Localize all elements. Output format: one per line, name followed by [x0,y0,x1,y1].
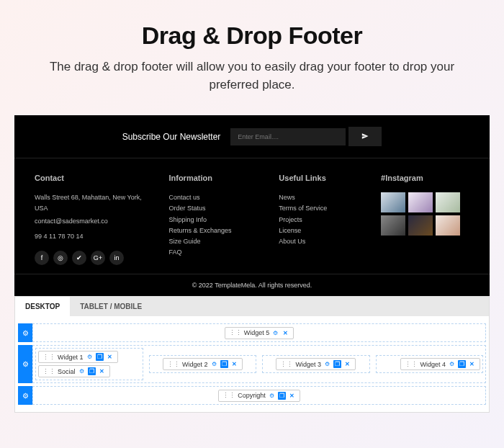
widget-label: Social [58,368,76,375]
contact-heading: Contact [35,171,147,185]
widget-delete-icon[interactable]: ✕ [98,367,106,375]
row-settings-handle[interactable]: ⚙ [18,386,32,405]
widget-settings-icon[interactable]: ⚙ [268,392,276,400]
information-heading: Information [168,171,257,185]
info-link[interactable]: Contact us [168,192,257,203]
row-dropzone[interactable]: ⋮⋮ Copyright ⚙ ❐ ✕ [32,386,486,405]
device-tabs: DESKTOP TABLET / MOBILE [15,297,489,316]
builder-row: ⚙ ⋮⋮ Widget 1 ⚙ ❐ ✕ ⋮⋮ Social ⚙ ❐ [18,345,486,383]
row-settings-handle[interactable]: ⚙ [18,323,32,342]
footer-col-contact: Contact Walls Street 68, Mahattan, New Y… [35,171,147,265]
grip-icon: ⋮⋮ [42,368,55,375]
widget-delete-icon[interactable]: ✕ [468,360,476,368]
widget-settings-icon[interactable]: ⚙ [323,360,331,368]
tab-desktop[interactable]: DESKTOP [15,297,70,316]
social-icons: f ◎ ✔ G+ in [35,251,147,265]
widget-settings-icon[interactable]: ⚙ [210,360,218,368]
newsletter-email-input[interactable] [230,128,346,145]
useful-heading: Useful Links [279,171,359,185]
footer-col-instagram: #Instagram [381,171,469,265]
googleplus-icon[interactable]: G+ [91,251,105,265]
widget-block[interactable]: ⋮⋮ Widget 4 ⚙ ❐ ✕ [400,358,480,370]
newsletter-submit-button[interactable] [348,127,382,146]
widget-duplicate-icon[interactable]: ❐ [278,392,286,400]
footer-copyright: © 2022 TemplateMela. All rights reserved… [14,274,490,296]
tab-tablet-mobile[interactable]: TABLET / MOBILE [70,297,152,316]
widget-block[interactable]: ⋮⋮ Social ⚙ ❐ ✕ [38,365,110,377]
page-title: Drag & Drop Footer [36,22,468,50]
row-settings-handle[interactable]: ⚙ [18,345,32,383]
instagram-thumb[interactable] [408,215,433,236]
useful-link[interactable]: License [279,225,359,236]
twitter-icon[interactable]: ✔ [72,251,86,265]
gear-icon: ⚙ [22,392,29,400]
footer-col-useful: Useful Links News Terms of Service Proje… [279,171,359,265]
instagram-thumb[interactable] [408,192,433,212]
widget-block[interactable]: ⋮⋮ Widget 2 ⚙ ❐ ✕ [163,358,243,370]
page-subtitle: The drag & drop footer will allow you to… [36,58,468,94]
contact-phone: 99 4 11 78 70 14 [35,231,147,242]
instagram-icon[interactable]: ◎ [53,251,68,265]
newsletter-bar: Subscribe Our Newsletter [14,115,490,158]
info-link[interactable]: Size Guide [168,236,257,247]
useful-link[interactable]: About Us [279,236,359,247]
widget-settings-icon[interactable]: ⚙ [271,329,279,337]
widget-label: Widget 3 [295,361,321,368]
contact-email: contact@sadesmarket.co [35,216,147,227]
info-link[interactable]: FAQ [168,247,257,258]
builder-row: ⚙ ⋮⋮ Copyright ⚙ ❐ ✕ [18,386,486,405]
widget-duplicate-icon[interactable]: ❐ [458,360,466,368]
useful-link[interactable]: Terms of Service [279,203,359,214]
grip-icon: ⋮⋮ [42,354,55,361]
grip-icon: ⋮⋮ [405,361,418,368]
footer-col-information: Information Contact us Order Status Ship… [168,171,257,265]
widget-label: Widget 2 [182,361,208,368]
widget-settings-icon[interactable]: ⚙ [86,353,94,361]
row-slot[interactable]: ⋮⋮ Widget 2 ⚙ ❐ ✕ [149,355,257,373]
row-slot[interactable]: ⋮⋮ Widget 4 ⚙ ❐ ✕ [376,355,484,373]
instagram-thumb[interactable] [436,192,460,212]
builder-row: ⚙ ⋮⋮ Widget 5 ⚙ ✕ [18,323,486,342]
widget-duplicate-icon[interactable]: ❐ [88,367,96,375]
widget-label: Widget 4 [420,361,446,368]
instagram-thumb[interactable] [381,192,405,212]
widget-duplicate-icon[interactable]: ❐ [96,353,104,361]
facebook-icon[interactable]: f [35,251,49,265]
widget-duplicate-icon[interactable]: ❐ [333,360,341,368]
widget-label: Widget 5 [244,329,270,336]
widget-delete-icon[interactable]: ✕ [230,360,238,368]
info-link[interactable]: Shipping Info [168,215,257,225]
widget-settings-icon[interactable]: ⚙ [78,367,86,375]
widget-label: Widget 1 [58,354,84,361]
row-dropzone[interactable]: ⋮⋮ Widget 5 ⚙ ✕ [32,323,486,342]
widget-delete-icon[interactable]: ✕ [282,329,289,337]
info-link[interactable]: Order Status [168,203,257,214]
widget-settings-icon[interactable]: ⚙ [448,360,456,368]
instagram-thumb[interactable] [381,215,405,236]
useful-link[interactable]: News [279,192,359,203]
widget-delete-icon[interactable]: ✕ [288,392,296,400]
gear-icon: ⚙ [22,329,29,337]
send-icon [361,133,369,140]
widget-duplicate-icon[interactable]: ❐ [220,360,228,368]
row-dropzone[interactable]: ⋮⋮ Widget 1 ⚙ ❐ ✕ ⋮⋮ Social ⚙ ❐ ✕ [32,345,486,383]
widget-delete-icon[interactable]: ✕ [106,353,114,361]
linkedin-icon[interactable]: in [109,251,124,265]
widget-block[interactable]: ⋮⋮ Widget 1 ⚙ ❐ ✕ [38,351,118,363]
grip-icon: ⋮⋮ [229,329,242,336]
gear-icon: ⚙ [22,360,29,368]
instagram-thumb[interactable] [436,215,460,236]
widget-label: Copyright [238,392,266,399]
widget-delete-icon[interactable]: ✕ [343,360,351,368]
useful-link[interactable]: Projects [279,215,359,225]
contact-address: Walls Street 68, Mahattan, New York, USA [35,192,147,215]
info-link[interactable]: Returns & Exchanges [168,225,257,236]
widget-block[interactable]: ⋮⋮ Widget 5 ⚙ ✕ [225,327,294,339]
widget-block[interactable]: ⋮⋮ Copyright ⚙ ❐ ✕ [218,390,300,402]
instagram-heading: #Instagram [381,171,469,185]
row-slot[interactable]: ⋮⋮ Widget 3 ⚙ ❐ ✕ [262,355,370,373]
row-slot[interactable]: ⋮⋮ Widget 1 ⚙ ❐ ✕ ⋮⋮ Social ⚙ ❐ ✕ [35,348,143,380]
footer-builder: DESKTOP TABLET / MOBILE ⚙ ⋮⋮ Widget 5 ⚙ … [14,296,490,413]
widget-block[interactable]: ⋮⋮ Widget 3 ⚙ ❐ ✕ [276,358,356,370]
grip-icon: ⋮⋮ [222,392,235,399]
